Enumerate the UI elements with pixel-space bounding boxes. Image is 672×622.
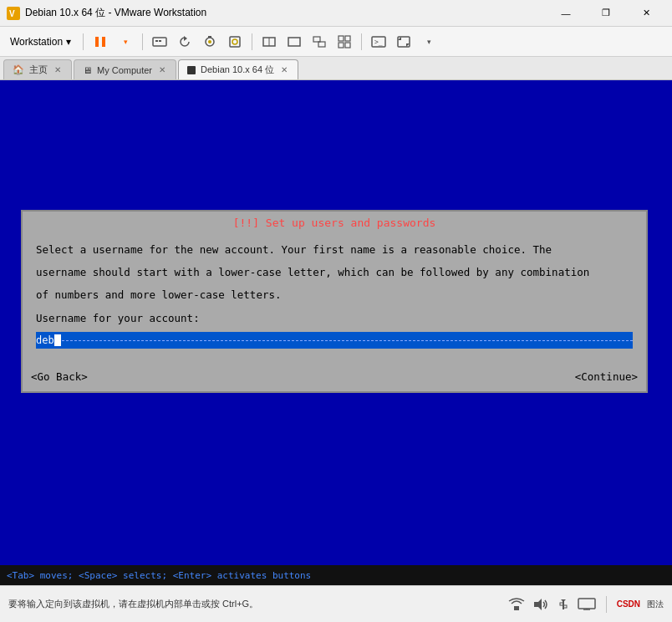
toolbar-separator-1: [83, 33, 84, 50]
usb-status[interactable]: [556, 598, 571, 611]
toolbar-separator-3: [252, 33, 252, 50]
dialog-text-2: username should start with a lower-case …: [36, 265, 633, 281]
sound-status[interactable]: [532, 598, 549, 611]
mycomputer-tab-label: My Computer: [97, 65, 152, 75]
restore-button[interactable]: ❐: [587, 5, 625, 22]
terminal-icon: >_: [371, 35, 386, 48]
dialog-buttons: <Go Back> <Continue>: [23, 367, 646, 391]
tab-debian[interactable]: Debian 10.x 64 位 ✕: [178, 59, 298, 79]
singlevm-button[interactable]: [283, 30, 306, 54]
home-tab-icon: 🏠: [13, 64, 24, 75]
svg-marker-26: [534, 599, 542, 610]
workstation-menu[interactable]: Workstation ▾: [3, 33, 78, 51]
svg-rect-6: [159, 40, 161, 42]
home-tab-label: 主页: [29, 64, 48, 76]
terminal-button[interactable]: >_: [367, 30, 390, 54]
svg-rect-21: [345, 43, 350, 48]
svg-rect-10: [208, 36, 211, 38]
svg-rect-19: [345, 36, 350, 41]
pause-dropdown-button[interactable]: ▾: [114, 30, 137, 54]
svg-rect-16: [313, 37, 320, 42]
inputmethod-label: 图法: [647, 599, 664, 610]
svg-marker-30: [561, 599, 566, 602]
titlebar: V Debian 10.x 64 位 - VMware Workstation …: [0, 0, 672, 27]
text-cursor: [54, 334, 61, 346]
debian-tab-icon: [187, 66, 196, 74]
continue-button[interactable]: <Continue>: [575, 370, 638, 383]
dialog-body: Select a username for the new account. Y…: [23, 234, 646, 367]
toolbar: Workstation ▾ ▾: [0, 27, 672, 57]
toolbar-separator-4: [361, 33, 362, 50]
workstation-dropdown-icon: ▾: [66, 36, 71, 48]
dialog-text-3: of numbers and more lower-case letters.: [36, 288, 633, 303]
send-ctrlaltdel-button[interactable]: [148, 30, 171, 54]
snapshot2-button[interactable]: [223, 30, 247, 54]
dialog-text-1: Select a username for the new account. Y…: [36, 242, 633, 258]
grid-button[interactable]: [333, 30, 356, 54]
svg-text:V: V: [9, 9, 15, 18]
app-statusbar: 要将输入定向到该虚拟机，请在虚拟机内部单击或按 Ctrl+G。: [0, 585, 672, 622]
grid-icon: [338, 35, 351, 48]
dialog-title: [!!] Set up users and passwords: [23, 212, 646, 234]
window-title: Debian 10.x 64 位 - VMware Workstation: [25, 6, 547, 20]
sound-icon: [532, 598, 549, 611]
statusbar-icons: CSDN 图法: [507, 596, 664, 613]
statusbar-text: 要将输入定向到该虚拟机，请在虚拟机内部单击或按 Ctrl+G。: [8, 598, 258, 610]
home-tab-close[interactable]: ✕: [53, 64, 63, 75]
svg-rect-31: [578, 599, 595, 609]
field-label: Username for your account:: [36, 311, 633, 327]
username-input-display[interactable]: deb: [36, 332, 633, 349]
svg-rect-5: [155, 40, 158, 42]
fullscreen2-button[interactable]: ▾: [417, 30, 440, 54]
debian-tab-close[interactable]: ✕: [279, 64, 289, 75]
snapshot-button[interactable]: [198, 30, 221, 54]
svg-rect-20: [339, 43, 344, 48]
pause-icon: [94, 35, 107, 48]
revert-button[interactable]: [173, 30, 196, 54]
toolbar-separator-2: [142, 33, 143, 50]
vmview-button[interactable]: [257, 30, 281, 54]
snapshot-icon: [203, 35, 216, 48]
vmware-icon: V: [7, 7, 20, 20]
svg-text:>_: >_: [374, 38, 383, 46]
snapshot2-icon: [228, 35, 242, 48]
username-input-value: deb: [36, 333, 54, 348]
mycomputer-tab-icon: 🖥: [83, 65, 92, 75]
setup-dialog: [!!] Set up users and passwords Select a…: [21, 210, 648, 393]
singlevm-icon: [288, 35, 301, 48]
csdn-status[interactable]: CSDN: [617, 599, 640, 609]
multivm-icon: [313, 35, 326, 48]
close-button[interactable]: ✕: [627, 5, 665, 22]
go-back-button[interactable]: <Go Back>: [31, 370, 88, 383]
vm-keyboard-hint: <Tab> moves; <Space> selects; <Enter> ac…: [7, 570, 311, 581]
fullscreen-icon: [396, 35, 411, 48]
mycomputer-tab-close[interactable]: ✕: [157, 64, 167, 75]
input-underline: [62, 340, 633, 341]
vmview-icon: [262, 35, 276, 48]
display-status[interactable]: [578, 598, 596, 611]
svg-rect-3: [102, 37, 105, 47]
svg-rect-2: [95, 37, 99, 47]
svg-rect-15: [288, 38, 300, 46]
svg-rect-11: [230, 37, 240, 47]
inputmethod-status[interactable]: 图法: [647, 599, 664, 610]
svg-rect-25: [514, 606, 519, 610]
tab-home[interactable]: 🏠 主页 ✕: [3, 59, 72, 79]
vm-screen[interactable]: [!!] Set up users and passwords Select a…: [0, 80, 672, 585]
svg-marker-7: [184, 36, 187, 41]
vm-bottom-bar: <Tab> moves; <Space> selects; <Enter> ac…: [0, 565, 672, 585]
network-icon: [507, 598, 526, 611]
svg-rect-24: [398, 37, 410, 47]
svg-point-9: [208, 40, 211, 43]
minimize-button[interactable]: —: [547, 5, 585, 22]
pause-button[interactable]: [89, 30, 112, 54]
tab-mycomputer[interactable]: 🖥 My Computer ✕: [74, 59, 176, 79]
window-controls: — ❐ ✕: [547, 5, 665, 22]
display-icon: [578, 598, 596, 611]
username-input-row: deb: [36, 332, 633, 349]
multivm-button[interactable]: [308, 30, 331, 54]
fullscreen-button[interactable]: [392, 30, 415, 54]
network-status[interactable]: [507, 598, 526, 611]
csdn-label: CSDN: [617, 599, 640, 609]
ctrlaltdel-icon: [152, 35, 167, 48]
